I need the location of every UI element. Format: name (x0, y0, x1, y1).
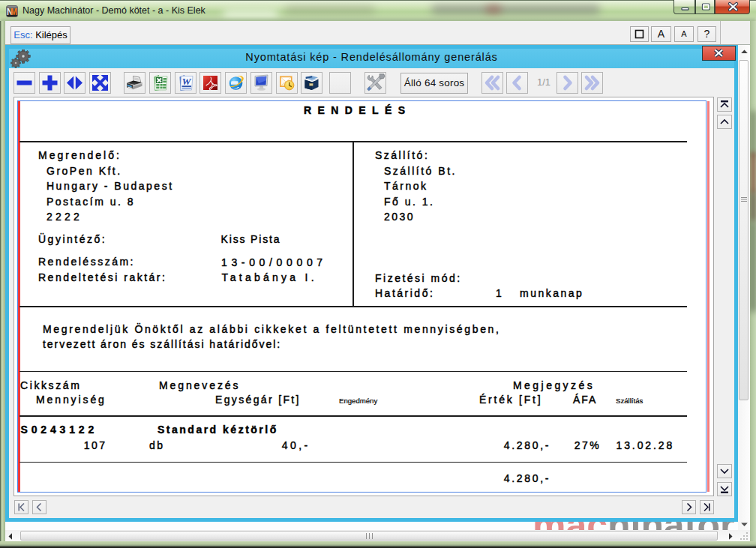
svg-text:M: M (10, 7, 17, 17)
svg-text:W: W (182, 76, 191, 87)
